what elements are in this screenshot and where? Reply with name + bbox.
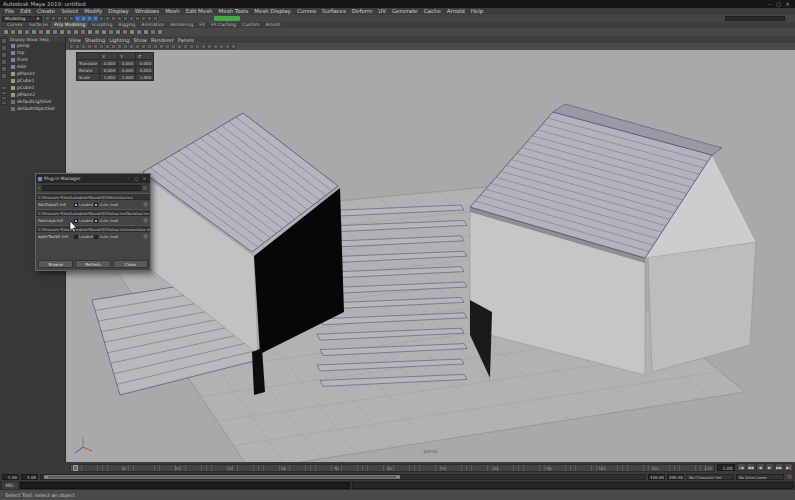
plugin-path-header[interactable]: C:/Program Files/Autodesk/Maya2019/plug-… bbox=[36, 209, 150, 216]
bookmarks-icon[interactable] bbox=[87, 44, 92, 49]
persp-outliner-layout-button[interactable] bbox=[1, 96, 7, 100]
browse-button[interactable]: Browse bbox=[38, 260, 73, 268]
outliner-menu-show[interactable]: Show bbox=[27, 37, 38, 42]
extrude-icon[interactable] bbox=[143, 29, 149, 35]
step-back-button[interactable]: ◀◀ bbox=[746, 463, 755, 471]
scale-tool-icon[interactable] bbox=[1, 73, 7, 79]
wireframe-mode-icon[interactable] bbox=[153, 44, 158, 49]
poly-torus-icon[interactable] bbox=[31, 29, 37, 35]
select-by-hierarchy-icon[interactable] bbox=[111, 16, 116, 21]
menu-mesh[interactable]: Mesh bbox=[162, 8, 182, 15]
use-default-material-icon[interactable] bbox=[171, 44, 176, 49]
menu-file[interactable]: File bbox=[2, 8, 17, 15]
super-ellipse-icon[interactable] bbox=[94, 29, 100, 35]
menu-display[interactable]: Display bbox=[105, 8, 131, 15]
field-chart-icon[interactable] bbox=[135, 44, 140, 49]
range-end-handle[interactable] bbox=[396, 476, 399, 478]
menu-curves[interactable]: Curves bbox=[294, 8, 319, 15]
target-weld-icon[interactable] bbox=[122, 29, 128, 35]
animation-start-field[interactable]: 1.00 bbox=[2, 474, 19, 480]
bevel-icon[interactable] bbox=[129, 29, 135, 35]
outliner-item-defaultlightset[interactable]: defaultLightSet bbox=[8, 98, 65, 105]
2d-pan-zoom-icon[interactable] bbox=[99, 44, 104, 49]
spherical-harmonics-icon[interactable] bbox=[101, 29, 107, 35]
go-to-end-button[interactable]: ▶| bbox=[784, 463, 793, 471]
platonic-solid-icon[interactable] bbox=[52, 29, 58, 35]
mel-command-input[interactable] bbox=[20, 482, 350, 489]
playback-end-field[interactable]: 120.00 bbox=[648, 474, 665, 480]
screen-space-ao-icon[interactable] bbox=[195, 44, 200, 49]
panel-menu-shading[interactable]: Shading bbox=[85, 37, 105, 43]
range-slider-track[interactable] bbox=[40, 474, 646, 480]
3d-scene[interactable] bbox=[66, 36, 795, 462]
menu-help[interactable]: Help bbox=[468, 8, 487, 15]
anim-layer-dropdown[interactable]: No Anim Layer bbox=[736, 474, 784, 480]
poly-cylinder-icon[interactable] bbox=[17, 29, 23, 35]
time-slider[interactable]: 102030405060708090100110120 1.00 |◀◀◀◀▶▶… bbox=[0, 462, 795, 472]
ultra-shape-icon[interactable] bbox=[108, 29, 114, 35]
viewport-panel[interactable]: ViewShadingLightingShowRendererPanels XY… bbox=[66, 36, 795, 462]
current-frame-field[interactable]: 1.00 bbox=[717, 464, 735, 471]
outliner-item-defaultobjectset[interactable]: defaultObjectSet bbox=[8, 105, 65, 112]
playback-start-field[interactable]: 1.00 bbox=[21, 474, 38, 480]
textured-mode-icon[interactable] bbox=[165, 44, 170, 49]
lasso-select-tool-icon[interactable] bbox=[1, 45, 7, 51]
lighting-all-icon[interactable] bbox=[183, 44, 188, 49]
menu-select[interactable]: Select bbox=[58, 8, 81, 15]
auto-keyframe-toggle[interactable] bbox=[786, 473, 793, 480]
menu-mesh-tools[interactable]: Mesh Tools bbox=[216, 8, 252, 15]
safe-action-icon[interactable] bbox=[141, 44, 146, 49]
shadows-icon[interactable] bbox=[189, 44, 194, 49]
outliner-item-pcube2[interactable]: pCube2 bbox=[8, 84, 65, 91]
multi-cut-icon[interactable] bbox=[115, 29, 121, 35]
menu-generate[interactable]: Generate bbox=[389, 8, 421, 15]
ipr-render-icon[interactable] bbox=[141, 16, 146, 21]
wireframe-on-shaded-icon[interactable] bbox=[177, 44, 182, 49]
hypershade-layout-button[interactable] bbox=[1, 101, 7, 105]
menu-create[interactable]: Create bbox=[34, 8, 58, 15]
paint-select-tool-icon[interactable] bbox=[1, 52, 7, 58]
symmetry-icon[interactable] bbox=[129, 16, 134, 21]
plugin-manager-titlebar[interactable]: Plug-in Manager – ▢ ✕ bbox=[36, 174, 150, 183]
anti-aliasing-icon[interactable] bbox=[207, 44, 212, 49]
redo-icon[interactable] bbox=[69, 16, 74, 21]
outliner-item-front[interactable]: front bbox=[8, 56, 65, 63]
plugin-path-header[interactable]: C:/Program Files/Autodesk/Maya2019/bin/p… bbox=[36, 193, 150, 200]
outliner-item-top[interactable]: top bbox=[8, 49, 65, 56]
single-pane-layout-button[interactable] bbox=[1, 86, 7, 90]
outliner-item-pcube1[interactable]: pCube1 bbox=[8, 77, 65, 84]
menu-set-dropdown[interactable]: Modeling ▾ bbox=[2, 16, 42, 22]
soccer-ball-icon[interactable] bbox=[87, 29, 93, 35]
menu-edit-mesh[interactable]: Edit Mesh bbox=[183, 8, 216, 15]
play-backwards-button[interactable]: ◀ bbox=[756, 463, 765, 471]
loaded-checkbox[interactable] bbox=[74, 235, 78, 239]
plugin-search-input[interactable] bbox=[42, 185, 141, 191]
maximize-button[interactable]: ▢ bbox=[774, 0, 783, 8]
menu-arnold[interactable]: Arnold bbox=[444, 8, 468, 15]
new-scene-icon[interactable] bbox=[45, 16, 50, 21]
time-slider-track[interactable]: 102030405060708090100110120 bbox=[70, 464, 715, 472]
menu-edit[interactable]: Edit bbox=[17, 8, 34, 15]
shaded-mode-icon[interactable] bbox=[159, 44, 164, 49]
outliner-item-persp[interactable]: persp bbox=[8, 42, 65, 49]
refresh-button[interactable]: Refresh bbox=[75, 260, 110, 268]
panel-menu-panels[interactable]: Panels bbox=[178, 37, 194, 43]
quad-draw-icon[interactable] bbox=[150, 29, 156, 35]
loaded-checkbox[interactable] bbox=[74, 203, 78, 207]
menu-deform[interactable]: Deform bbox=[349, 8, 375, 15]
menu-mesh-display[interactable]: Mesh Display bbox=[251, 8, 294, 15]
grid-display-icon[interactable] bbox=[111, 44, 116, 49]
select-by-object-icon[interactable] bbox=[117, 16, 122, 21]
panel-menu-renderer[interactable]: Renderer bbox=[151, 37, 174, 43]
poly-disc-icon[interactable] bbox=[45, 29, 51, 35]
move-tool-icon[interactable] bbox=[1, 59, 7, 65]
image-plane-icon[interactable] bbox=[93, 44, 98, 49]
lock-camera-icon[interactable] bbox=[75, 44, 80, 49]
isolate-select-icon[interactable] bbox=[225, 44, 230, 49]
gamma-icon[interactable] bbox=[219, 44, 224, 49]
outliner-item-pplane1[interactable]: pPlane1 bbox=[8, 70, 65, 77]
panel-menu-view[interactable]: View bbox=[69, 37, 81, 43]
range-slider-bar[interactable] bbox=[44, 475, 400, 479]
menu-uv[interactable]: UV bbox=[375, 8, 389, 15]
xray-icon[interactable] bbox=[231, 44, 236, 49]
